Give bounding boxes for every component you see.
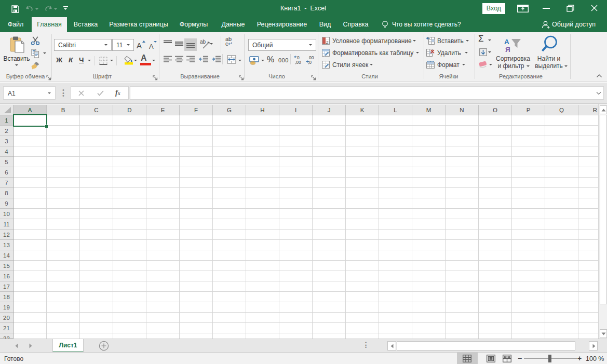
svg-text:,00: ,00 — [295, 60, 301, 65]
svg-text:≠: ≠ — [326, 40, 329, 45]
svg-text:А: А — [504, 38, 509, 46]
svg-text:Я: Я — [505, 46, 510, 52]
svg-text:ab: ab — [200, 39, 206, 45]
